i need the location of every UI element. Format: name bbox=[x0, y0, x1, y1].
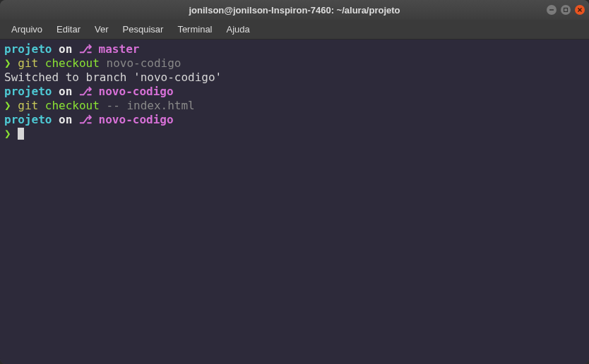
terminal-text: ⎇ novo-codigo bbox=[79, 85, 174, 98]
terminal-text: git bbox=[18, 99, 45, 112]
menu-editar[interactable]: Editar bbox=[51, 21, 86, 37]
minimize-icon bbox=[549, 7, 554, 13]
terminal-line: ❯ git checkout novo-codigo bbox=[4, 56, 585, 71]
titlebar: jonilson@jonilson-Inspiron-7460: ~/alura… bbox=[0, 0, 589, 20]
maximize-button[interactable] bbox=[561, 5, 571, 15]
terminal-text: ❯ bbox=[4, 127, 18, 140]
cursor bbox=[18, 128, 24, 140]
close-icon bbox=[577, 7, 583, 13]
maximize-icon bbox=[563, 7, 569, 13]
menu-ajuda[interactable]: Ajuda bbox=[221, 21, 256, 37]
terminal-text: projeto bbox=[4, 113, 52, 126]
menubar: Arquivo Editar Ver Pesquisar Terminal Aj… bbox=[0, 20, 589, 40]
terminal-text: Switched to branch 'novo-codigo' bbox=[4, 71, 222, 84]
menu-arquivo[interactable]: Arquivo bbox=[6, 21, 48, 37]
terminal-text: ⎇ master bbox=[79, 42, 139, 56]
window-controls bbox=[547, 5, 585, 15]
close-button[interactable] bbox=[575, 5, 585, 15]
terminal-text: projeto bbox=[4, 42, 52, 56]
menu-terminal[interactable]: Terminal bbox=[172, 21, 218, 37]
terminal-line: ❯ git checkout -- index.html bbox=[4, 99, 585, 113]
terminal-window: jonilson@jonilson-Inspiron-7460: ~/alura… bbox=[0, 0, 589, 364]
window-title: jonilson@jonilson-Inspiron-7460: ~/alura… bbox=[189, 5, 400, 16]
minimize-button[interactable] bbox=[547, 5, 557, 15]
terminal-text: projeto bbox=[4, 85, 52, 98]
terminal-line: ❯ bbox=[4, 127, 585, 141]
terminal-text: ❯ bbox=[4, 56, 18, 70]
terminal-line: Switched to branch 'novo-codigo' bbox=[4, 71, 585, 85]
terminal-text: -- index.html bbox=[107, 99, 195, 112]
terminal-text: ⎇ novo-codigo bbox=[79, 113, 174, 126]
terminal-text: on bbox=[52, 113, 79, 126]
menu-pesquisar[interactable]: Pesquisar bbox=[117, 21, 169, 37]
terminal-text: git bbox=[18, 56, 45, 70]
terminal-line: projeto on ⎇ novo-codigo bbox=[4, 113, 585, 127]
terminal-text: on bbox=[52, 42, 79, 56]
terminal-line: projeto on ⎇ novo-codigo bbox=[4, 85, 585, 99]
menu-ver[interactable]: Ver bbox=[89, 21, 114, 37]
terminal-content[interactable]: projeto on ⎇ master❯ git checkout novo-c… bbox=[0, 40, 589, 364]
terminal-text: checkout bbox=[45, 99, 107, 112]
terminal-text: checkout bbox=[45, 56, 107, 70]
terminal-line: projeto on ⎇ master bbox=[4, 42, 585, 56]
terminal-text: ❯ bbox=[4, 99, 18, 112]
svg-rect-1 bbox=[564, 8, 568, 12]
terminal-text: novo-codigo bbox=[107, 56, 182, 70]
terminal-text: on bbox=[52, 85, 79, 98]
